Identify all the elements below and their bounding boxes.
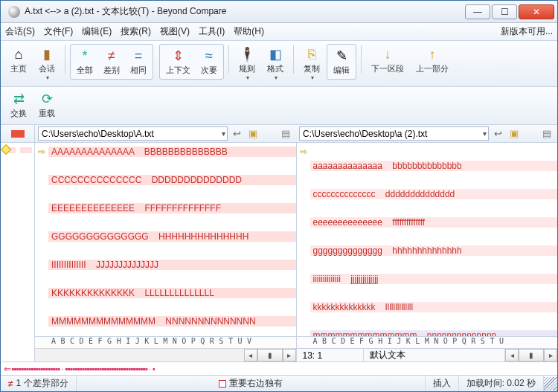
overview-gutter[interactable]	[1, 143, 35, 362]
overview-header	[1, 125, 35, 142]
menu-bar: 会话(S) 文件(F) 编辑(E) 搜索(R) 视图(V) 工具(I) 帮助(H…	[1, 23, 557, 41]
left-save-button[interactable]: ▤	[278, 126, 293, 141]
arrow-down-icon: ↓	[379, 46, 396, 62]
right-path-input[interactable]: C:\Users\echo\Desktop\a (2).txt▾	[299, 126, 489, 141]
menu-view[interactable]: 视图(V)	[160, 25, 190, 38]
app-icon	[8, 6, 20, 18]
window-title: A.txt <--> a (2).txt - 文本比较(T) - Beyond …	[25, 5, 464, 18]
reload-icon: ⟳	[39, 91, 55, 107]
menu-file[interactable]: 文件(F)	[44, 25, 73, 38]
approx-icon: ≈	[201, 48, 217, 64]
pencil-icon: ✎	[333, 48, 350, 64]
scroll-thumb[interactable]: ▮	[257, 349, 283, 362]
referee-icon: 🕴	[239, 46, 255, 62]
copy-icon: ⎘	[304, 46, 320, 62]
file-path-bar: C:\Users\echo\Desktop\A.txt▾ ↩ ▣ · ▤ C:\…	[1, 125, 557, 143]
left-path-input[interactable]: C:\Users\echo\Desktop\A.txt▾	[38, 126, 228, 141]
right-ruler: ABCDEFGHIJKLMNOPQRSTU	[297, 336, 558, 348]
context-button[interactable]: ⇕上下文	[161, 45, 196, 78]
status-time: 加载时间: 0.02 秒	[459, 376, 544, 391]
window-titlebar: A.txt <--> a (2).txt - 文本比较(T) - Beyond …	[1, 1, 557, 23]
thumbnail-strip[interactable]: ⇐ ▪▪▪▪▪▪▪▪▪▪▪▪▪▪▪▪▪▪▪▪ · ▪▪▪▪▪▪▪▪▪▪▪▪▪▪▪…	[1, 362, 557, 375]
next-section-button[interactable]: ↓下一区段	[366, 44, 409, 77]
menu-edit[interactable]: 编辑(E)	[82, 25, 112, 38]
diff-area: ⇨AAAAAAAAAAAAAA BBBBBBBBBBBBBBCCCCCCCCCC…	[1, 143, 557, 362]
right-history-button[interactable]: ↩	[490, 126, 505, 141]
arrow-up-icon: ↑	[424, 46, 440, 62]
prev-section-button[interactable]: ↑上一部分	[411, 44, 454, 77]
show-same-button[interactable]: =相同	[125, 45, 152, 78]
left-hscroll[interactable]: ◂ ▮ ▸	[35, 348, 296, 362]
context-icon: ⇕	[170, 48, 187, 64]
show-diff-button[interactable]: ≠差别	[98, 45, 125, 78]
close-button[interactable]: ✕	[519, 4, 554, 19]
scroll-left-button[interactable]: ◂	[244, 349, 257, 362]
home-icon: ⌂	[10, 46, 27, 62]
edit-button[interactable]: ✎编辑	[328, 45, 355, 78]
scroll-left-button-r[interactable]: ◂	[505, 349, 519, 362]
thumb-arrow-icon: ⇐	[4, 364, 11, 374]
right-info-bar: 13: 1 默认文本 ◂ ▮ ▸	[297, 348, 558, 362]
scroll-right-button[interactable]: ▸	[283, 349, 296, 362]
resize-grip[interactable]	[544, 377, 557, 391]
swap-button[interactable]: ⇄交换	[5, 89, 32, 121]
thumb-dots: ▪▪▪▪▪▪▪▪▪▪▪▪▪▪▪▪▪▪▪▪ · ▪▪▪▪▪▪▪▪▪▪▪▪▪▪▪▪▪…	[11, 364, 155, 374]
update-link[interactable]: 新版本可用...	[501, 25, 553, 38]
scroll-right-button-r[interactable]: ▸	[544, 349, 557, 362]
status-bar: ≠1 个差异部分 重要右边独有 插入 加载时间: 0.02 秒	[1, 375, 557, 391]
rules-button[interactable]: 🕴规则	[234, 44, 260, 83]
cursor-pos: 13: 1	[297, 349, 364, 362]
left-history-button[interactable]: ↩	[229, 126, 244, 141]
filter-group: *全部 ≠差别 =相同	[70, 44, 153, 80]
notequal-icon: ≠	[103, 48, 120, 64]
equal-icon: =	[130, 48, 147, 64]
asterisk-icon: *	[77, 48, 93, 64]
home-button[interactable]: ⌂主页	[5, 44, 32, 77]
reload-button[interactable]: ⟳重载	[33, 89, 60, 121]
main-toolbar: ⌂主页 ▮会话 *全部 ≠差别 =相同 ⇕上下文 ≈次要 🕴规则 ◧格式 ⎘复制…	[1, 41, 557, 87]
menu-search[interactable]: 搜索(R)	[121, 25, 151, 38]
minor-button[interactable]: ≈次要	[196, 45, 222, 78]
maximize-button[interactable]: ☐	[492, 4, 517, 19]
menu-help[interactable]: 帮助(H)	[234, 25, 264, 38]
scroll-thumb-r[interactable]: ▮	[519, 349, 544, 362]
format-button[interactable]: ◧格式	[262, 44, 289, 83]
briefcase-icon: ▮	[39, 46, 55, 62]
status-important: 重要右边独有	[77, 376, 426, 391]
context-group: ⇕上下文 ≈次要	[159, 44, 224, 80]
session-button[interactable]: ▮会话	[33, 44, 60, 83]
left-pane: ⇨AAAAAAAAAAAAAA BBBBBBBBBBBBBBCCCCCCCCCC…	[35, 143, 297, 362]
format-icon: ◧	[267, 46, 283, 62]
show-all-button[interactable]: *全部	[71, 45, 98, 78]
left-browse-button[interactable]: ▣	[246, 126, 260, 141]
status-diff-count: ≠1 个差异部分	[1, 376, 77, 391]
left-lines[interactable]: ⇨AAAAAAAAAAAAAA BBBBBBBBBBBBBBCCCCCCCCCC…	[35, 143, 296, 336]
right-lines[interactable]: ⇨aaaaaaaaaaaaaa bbbbbbbbbbbbbbcccccccccc…	[297, 143, 558, 336]
menu-tools[interactable]: 工具(I)	[199, 25, 225, 38]
right-browse-button[interactable]: ▣	[507, 126, 522, 141]
minimize-button[interactable]: —	[465, 4, 490, 19]
swap-icon: ⇄	[10, 91, 27, 107]
diff-chip-icon	[11, 130, 25, 138]
menu-session[interactable]: 会话(S)	[5, 25, 35, 38]
secondary-toolbar: ⇄交换 ⟳重载	[1, 87, 557, 125]
encoding: 默认文本	[364, 349, 506, 362]
copy-button[interactable]: ⎘复制	[298, 44, 325, 83]
status-mode: 插入	[426, 376, 459, 391]
left-ruler: ABCDEFGHIJKLMNOPQRSTUV	[35, 336, 296, 348]
right-pane: ⇨aaaaaaaaaaaaaa bbbbbbbbbbbbbbcccccccccc…	[297, 143, 558, 362]
left-sep: ·	[262, 126, 277, 141]
right-save-button[interactable]: ▤	[539, 126, 554, 141]
right-sep: ·	[523, 126, 538, 141]
